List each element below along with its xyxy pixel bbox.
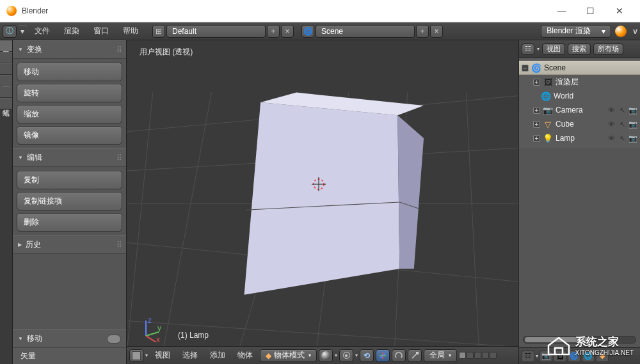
outliner-lamp-row[interactable]: + 💡 Lamp 👁↖📷 xyxy=(519,131,640,145)
delete-button[interactable]: 删除 xyxy=(17,213,122,232)
translate-button[interactable]: 移动 xyxy=(17,63,122,81)
info-expand-icon[interactable]: ▾ xyxy=(18,25,27,38)
operator-toggle[interactable] xyxy=(107,335,121,344)
outliner-menu-display[interactable]: 所有场 xyxy=(593,44,623,55)
expand-icon[interactable]: + xyxy=(533,79,540,86)
manipulator-scale[interactable] xyxy=(408,349,422,362)
manipulator-rotate[interactable] xyxy=(392,349,406,362)
layout-add-button[interactable]: + xyxy=(267,25,280,38)
scene-browse-icon[interactable]: 🌀 xyxy=(301,25,314,38)
render-engine-dropdown[interactable]: Blender 渲染▾ xyxy=(541,25,611,38)
outliner-tree[interactable]: − 🌀 Scene + 🖼 渲染层 🌐 World + 📷 Camera 👁↖📷… xyxy=(519,58,640,148)
outliner-renderlayers-row[interactable]: + 🖼 渲染层 xyxy=(519,75,640,89)
scene-dropdown[interactable]: Scene xyxy=(316,25,415,38)
svg-marker-12 xyxy=(244,102,400,295)
props-tab-renderlayers[interactable]: 🖼 xyxy=(554,351,566,362)
cursor-icon[interactable]: ↖ xyxy=(618,134,627,143)
cube-mesh xyxy=(244,93,424,295)
outliner-menu-view[interactable]: 视图 xyxy=(542,44,565,55)
collapse-icon[interactable]: − xyxy=(522,65,529,72)
cursor-icon[interactable]: ↖ xyxy=(618,120,627,129)
menu-window[interactable]: 窗口 xyxy=(87,23,115,39)
layer-buttons[interactable] xyxy=(459,352,497,359)
close-button[interactable]: ✕ xyxy=(605,0,634,22)
manipulator-toggle[interactable]: ⟲ xyxy=(360,349,374,362)
pivot-point-button[interactable] xyxy=(339,349,353,362)
mirror-button[interactable]: 镜像 xyxy=(17,126,122,145)
render-icon[interactable]: 📷 xyxy=(628,134,637,143)
info-editor-icon[interactable]: ⓘ xyxy=(3,25,17,38)
layout-remove-button[interactable]: × xyxy=(281,25,294,38)
panel-move-operator-header[interactable]: 移动 xyxy=(13,329,126,348)
maximize-button[interactable]: ☐ xyxy=(576,0,605,22)
props-tab-world[interactable]: 🌐 xyxy=(582,351,595,362)
properties-header: ☷ ▾ 📷 🖼 🌀 🌐 ◆ xyxy=(519,347,640,364)
drag-grip-icon[interactable]: ⠿ xyxy=(116,154,121,162)
eye-icon[interactable]: 👁 xyxy=(607,120,616,129)
layout-browse-icon[interactable]: ⊞ xyxy=(152,25,165,38)
axis-gizmo-icon: z y x xyxy=(140,317,165,342)
render-icon[interactable]: 📷 xyxy=(628,120,637,129)
duplicate-button[interactable]: 复制 xyxy=(17,171,122,189)
props-tab-render[interactable]: 📷 xyxy=(540,351,552,362)
scale-button[interactable]: 缩放 xyxy=(17,105,122,123)
version-label: v xyxy=(633,27,637,36)
props-editor-icon[interactable]: ☷ xyxy=(522,351,534,362)
outliner-menu-search[interactable]: 搜索 xyxy=(568,44,591,55)
shading-mode-button[interactable] xyxy=(319,349,333,362)
rotate-button[interactable]: 旋转 xyxy=(17,84,122,102)
menu-help[interactable]: 帮助 xyxy=(116,23,145,39)
lamp-icon: 💡 xyxy=(543,133,553,143)
transform-orientation-dropdown[interactable]: 全局▾ xyxy=(424,349,457,362)
drag-grip-icon[interactable]: ⠿ xyxy=(116,241,121,249)
toolshelf: 变换⠿ 移动 旋转 缩放 镜像 编辑⠿ 复制 复制链接项 删除 历史⠿ 移动 矢… xyxy=(13,40,127,364)
vp-menu-object[interactable]: 物体 xyxy=(232,350,258,361)
expand-icon[interactable]: + xyxy=(533,121,540,128)
scene-add-button[interactable]: + xyxy=(416,25,429,38)
manipulator-translate[interactable] xyxy=(376,349,390,362)
svg-line-10 xyxy=(466,93,479,354)
eye-icon[interactable]: 👁 xyxy=(607,134,616,143)
mode-dropdown[interactable]: ◆物体模式▾ xyxy=(260,349,317,362)
svg-line-7 xyxy=(163,93,211,354)
vp-menu-select[interactable]: 选择 xyxy=(177,350,203,361)
menu-file[interactable]: 文件 xyxy=(28,23,56,39)
tab-tools[interactable]: 工具 xyxy=(0,40,12,52)
vp-menu-add[interactable]: 添加 xyxy=(205,350,230,361)
viewport-header: ▾ 视图 选择 添加 物体 ◆物体模式▾ ▾ ▾ ⟲ 全局▾ xyxy=(127,346,518,364)
expand-icon[interactable]: + xyxy=(533,135,540,142)
tab-animation[interactable]: 动画 xyxy=(0,75,12,86)
outliner-editor-icon[interactable]: ☷ xyxy=(522,44,534,55)
horizontal-scrollbar[interactable] xyxy=(523,336,636,344)
props-tab-object[interactable]: ◆ xyxy=(596,351,609,362)
tab-create[interactable]: 创建 xyxy=(0,52,12,63)
render-icon[interactable]: 📷 xyxy=(628,106,637,115)
outliner-cube-row[interactable]: + ▽ Cube 👁↖📷 xyxy=(519,117,640,131)
3d-viewport[interactable]: 用户视图 (透视) z y x (1) Lamp ▾ 视图 选择 添加 物体 ◆… xyxy=(127,40,518,364)
cursor-icon[interactable]: ↖ xyxy=(618,106,627,115)
duplicate-linked-button[interactable]: 复制链接项 xyxy=(17,192,122,210)
editor-type-icon[interactable] xyxy=(129,349,143,362)
outliner-world-row[interactable]: 🌐 World xyxy=(519,89,640,103)
menu-render[interactable]: 渲染 xyxy=(58,23,86,39)
outliner-scene-row[interactable]: − 🌀 Scene xyxy=(519,61,640,75)
drag-grip-icon[interactable]: ⠿ xyxy=(116,45,121,54)
props-tab-scene[interactable]: 🌀 xyxy=(568,351,580,362)
toolshelf-tabs: 工具 创建 关系 动画 物理 蜡笔 xyxy=(0,40,13,364)
panel-transform-header[interactable]: 变换⠿ xyxy=(13,40,126,59)
tab-relations[interactable]: 关系 xyxy=(0,63,12,75)
panel-history-header[interactable]: 历史⠿ xyxy=(13,235,126,254)
panel-edit-header[interactable]: 编辑⠿ xyxy=(13,148,126,167)
blender-logo-icon xyxy=(6,6,17,16)
vp-menu-view[interactable]: 视图 xyxy=(150,350,175,361)
expand-icon[interactable]: + xyxy=(533,107,540,114)
tab-greasepencil[interactable]: 蜡笔 xyxy=(0,98,12,109)
scene-remove-button[interactable]: × xyxy=(430,25,443,38)
camera-icon: 📷 xyxy=(543,105,553,115)
mesh-icon: ▽ xyxy=(543,119,553,129)
eye-icon[interactable]: 👁 xyxy=(607,106,616,115)
tab-physics[interactable]: 物理 xyxy=(0,86,12,98)
outliner-camera-row[interactable]: + 📷 Camera 👁↖📷 xyxy=(519,103,640,117)
layout-preset-dropdown[interactable]: Default xyxy=(166,25,266,38)
minimize-button[interactable]: — xyxy=(547,0,576,22)
